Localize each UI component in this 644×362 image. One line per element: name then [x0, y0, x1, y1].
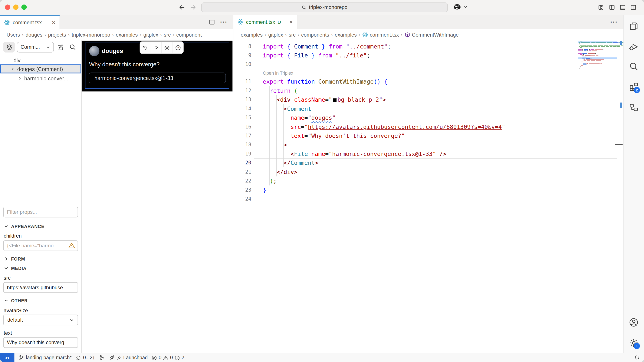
tree-item-label: div	[14, 57, 20, 63]
scene-preview-canvas[interactable]: douges Why doesn't this converge? harmon…	[81, 41, 232, 91]
children-input[interactable]	[3, 240, 78, 251]
breadcrumb-item[interactable]: components	[301, 32, 329, 38]
tab-comment-tsx-right[interactable]: comment.tsx U ×	[233, 15, 297, 29]
component-select[interactable]: Comm...	[17, 42, 54, 52]
commit-graph-icon	[99, 355, 105, 361]
breadcrumb-item[interactable]: src	[289, 32, 296, 38]
line-number: 11	[233, 77, 251, 86]
close-window-button[interactable]	[5, 4, 10, 10]
src-input[interactable]	[3, 282, 78, 293]
codelens-open-in-triplex[interactable]: Open in Triplex	[263, 69, 505, 77]
file-chip[interactable]: harmonic-convergence.tsx@1-33	[89, 73, 226, 83]
breadcrumb-item[interactable]: triplex-monorepo	[72, 32, 110, 38]
line-number: 20	[233, 158, 251, 167]
split-editor-icon[interactable]	[209, 19, 215, 25]
toggle-panel-icon[interactable]	[619, 4, 626, 11]
section-form[interactable]: FORM	[4, 256, 25, 261]
color-swatch-black[interactable]	[332, 98, 336, 102]
breadcrumb-separator: ›	[140, 32, 142, 37]
breadcrumb-item[interactable]: douges	[26, 32, 42, 38]
component-select-value: Comm...	[20, 44, 40, 50]
breadcrumb-item[interactable]: gitplex	[268, 32, 283, 38]
new-component-icon[interactable]	[57, 43, 64, 51]
filter-props-input[interactable]	[3, 207, 78, 217]
copilot-menu[interactable]	[452, 3, 467, 11]
breadcrumb[interactable]: Users›douges›projects›triplex-monorepo›e…	[0, 29, 240, 41]
line-number: 23	[233, 185, 251, 194]
symbol-icon	[404, 32, 410, 38]
forward-arrow-icon[interactable]	[189, 3, 197, 11]
references-icon[interactable]	[629, 103, 639, 112]
minimize-window-button[interactable]	[13, 4, 18, 10]
diagnostics-item[interactable]: 0 0 2	[152, 355, 184, 361]
tree-panel-divider[interactable]	[81, 41, 82, 353]
editor-content[interactable]: import { Comment } from "../comment";imp…	[263, 42, 505, 203]
breadcrumb[interactable]: examples›gitplex›src›components›examples…	[233, 29, 594, 41]
back-arrow-icon[interactable]	[178, 3, 186, 11]
command-center-search[interactable]: triplex-monorepo	[201, 2, 448, 12]
breadcrumb-item[interactable]: CommentWithImage	[412, 32, 459, 38]
breadcrumb-item[interactable]: src	[164, 32, 170, 38]
indent-guide	[284, 104, 284, 167]
notifications-bell-icon[interactable]	[634, 355, 640, 361]
tree-item-label: douges (Comment)	[17, 66, 63, 72]
sync-item[interactable]: 0↓ 2↑	[76, 355, 95, 361]
toggle-primary-sidebar-icon[interactable]	[609, 4, 615, 11]
help-button[interactable]: ?	[173, 42, 183, 53]
git-branch-item[interactable]: landing-page-march*	[18, 355, 72, 361]
run-debug-icon[interactable]	[629, 42, 639, 52]
breadcrumb-item[interactable]: examples	[335, 32, 357, 38]
more-actions-icon[interactable]: ···	[610, 18, 618, 25]
extensions-icon[interactable]: 2	[629, 82, 639, 92]
explorer-files-icon[interactable]	[629, 21, 639, 31]
launchpad-item[interactable]: Launchpad	[109, 355, 148, 361]
search-icon[interactable]	[69, 43, 76, 51]
breadcrumb-separator: ›	[112, 32, 114, 37]
settings-gear-button[interactable]	[162, 42, 173, 53]
breadcrumb-item[interactable]: Users	[6, 32, 20, 38]
breadcrumb-item[interactable]: gitplex	[143, 32, 158, 38]
account-icon[interactable]	[629, 318, 639, 327]
chevron-right-icon[interactable]	[18, 76, 22, 80]
breadcrumb-item[interactable]: comment.tsx	[370, 32, 399, 38]
breadcrumb-item[interactable]: component	[176, 32, 202, 38]
preview-toolbar: ?	[140, 41, 184, 54]
close-tab-icon[interactable]: ×	[52, 19, 55, 25]
left-group-actions: ···	[209, 15, 228, 29]
layers-button[interactable]	[3, 42, 15, 52]
breadcrumb-separator: ›	[298, 32, 299, 37]
tree-item-douges-comment[interactable]: douges (Comment)	[0, 64, 81, 73]
section-other[interactable]: OTHER	[4, 298, 28, 303]
tree-item-div[interactable]: div	[0, 56, 81, 65]
section-media[interactable]: MEDIA	[4, 266, 26, 271]
undo-button[interactable]	[140, 42, 151, 53]
avatar-size-select[interactable]: default	[3, 315, 78, 325]
search-icon[interactable]	[629, 61, 639, 71]
text-input[interactable]	[3, 337, 78, 348]
selected-comment-component[interactable]: douges Why doesn't this converge? harmon…	[85, 43, 229, 89]
toggle-secondary-sidebar-icon[interactable]	[630, 4, 636, 11]
breadcrumb-separator: ›	[68, 32, 70, 37]
remote-indicator[interactable]: ><	[0, 353, 14, 362]
section-appearance[interactable]: APPEARANCE	[4, 224, 44, 229]
maximize-window-button[interactable]	[21, 4, 26, 10]
play-button[interactable]	[151, 42, 162, 53]
minimap[interactable]	[578, 41, 617, 110]
code-line	[263, 60, 505, 69]
close-tab-icon[interactable]: ×	[289, 19, 293, 25]
more-actions-icon[interactable]: ···	[220, 18, 228, 25]
tab-comment-tsx-left[interactable]: comment.tsx ×	[0, 15, 60, 29]
breadcrumb-item[interactable]: examples	[116, 32, 138, 38]
code-line: import { Comment } from "../comment";	[263, 42, 505, 51]
tree-item-harmonic-convergence[interactable]: harmonic-conver...	[0, 74, 81, 83]
breadcrumb-item[interactable]: projects	[48, 32, 66, 38]
commit-graph-item[interactable]	[99, 355, 105, 361]
branch-icon	[18, 355, 24, 361]
editor-gutter: 89101112131415161718192021222324	[233, 42, 251, 203]
line-number: 13	[233, 95, 251, 104]
customize-layout-icon[interactable]	[598, 4, 604, 11]
code-editor[interactable]: 89101112131415161718192021222324 import …	[233, 41, 623, 353]
breadcrumb-item[interactable]: examples	[241, 32, 262, 38]
settings-gear-icon[interactable]: 1	[629, 338, 639, 348]
chevron-right-icon[interactable]	[11, 67, 15, 71]
